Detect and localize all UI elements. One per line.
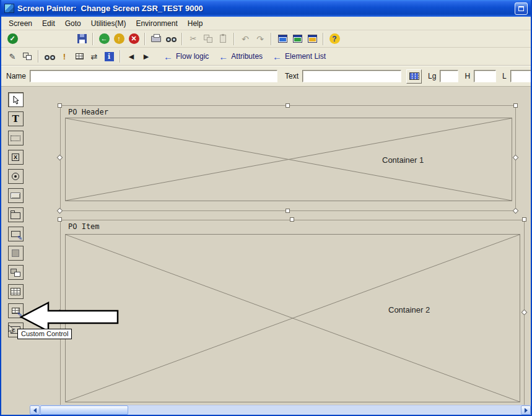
tool-grid[interactable] [8, 284, 24, 299]
pointer-icon [12, 95, 20, 105]
text-label: Text [285, 72, 299, 80]
h-label: H [464, 72, 470, 80]
selection-handle[interactable] [286, 209, 290, 213]
paste-button[interactable] [216, 32, 230, 46]
container-1-caption: PO Header [67, 108, 110, 116]
selection-handle[interactable] [286, 103, 290, 108]
enter-button[interactable]: ✓ [5, 32, 20, 46]
name-input[interactable] [30, 70, 277, 82]
tool-tabstrip[interactable] [8, 207, 24, 222]
pencil-icon: ✎ [17, 235, 22, 241]
menu-goto[interactable]: Goto [60, 18, 86, 29]
help-button[interactable]: ? [327, 32, 342, 46]
input-field-icon [11, 136, 20, 141]
standard-toolbar: ✓ ← ↑ ✕ ✂ ↶ [1, 30, 531, 48]
copy-button[interactable] [201, 32, 216, 46]
mouse-cursor-icon [8, 324, 15, 334]
cancel-button[interactable]: ✕ [126, 32, 141, 46]
tool-text[interactable]: T [8, 111, 24, 126]
lg-input[interactable] [440, 70, 458, 82]
selection-handle[interactable] [513, 103, 518, 108]
box-icon [12, 249, 19, 257]
info-button[interactable]: i [102, 50, 116, 64]
layout-grid-button[interactable] [72, 50, 87, 64]
new-session-button[interactable] [275, 32, 290, 46]
radio-icon [12, 173, 19, 180]
left-triangle-icon [33, 408, 37, 413]
separator [181, 33, 183, 45]
tool-pushbutton[interactable] [8, 188, 24, 203]
element-list-button[interactable]: ← Element List [273, 52, 326, 61]
print-icon [151, 36, 161, 42]
horizontal-scrollbar[interactable] [30, 405, 531, 415]
bottom-bar [1, 405, 531, 415]
selection-handle[interactable] [58, 103, 62, 108]
titlebar[interactable]: Screen Painter: Change Screen ZSR_TEST 9… [1, 0, 531, 17]
cut-icon: ✂ [190, 35, 197, 43]
session-list-button[interactable] [305, 32, 320, 46]
convert-button[interactable]: ⇄ [87, 50, 102, 64]
scroll-left-button[interactable] [30, 405, 40, 415]
find-button[interactable] [164, 32, 178, 46]
test-button[interactable]: ! [57, 50, 72, 64]
swap-arrows-icon: ⇄ [91, 52, 98, 61]
shortcut-button[interactable] [290, 32, 305, 46]
custom-container-2[interactable]: Container 2 [65, 234, 520, 402]
scroll-right-button[interactable] [521, 405, 531, 415]
separator [120, 50, 121, 63]
tool-box[interactable] [8, 246, 24, 261]
cut-button[interactable]: ✂ [186, 32, 201, 46]
selection-handle[interactable] [290, 217, 294, 222]
back-icon: ← [99, 33, 110, 44]
check-icon: ✓ [7, 33, 18, 44]
menu-screen[interactable]: Screen [4, 18, 37, 29]
redo-button[interactable]: ↷ [253, 32, 268, 46]
separator [144, 33, 146, 45]
left-arrow-icon: ← [273, 52, 282, 61]
separator [271, 33, 272, 45]
tool-subscreen[interactable]: ✎ [8, 227, 24, 241]
main-area: T X ✎ [1, 87, 531, 405]
dict-fields-button[interactable]: ✎ [5, 50, 20, 64]
right-triangle-icon [525, 408, 528, 413]
undo-button[interactable]: ↶ [238, 32, 253, 46]
redo-icon: ↷ [256, 35, 264, 43]
selection-handle[interactable] [513, 208, 519, 214]
nav-next-button[interactable]: ▶ [139, 50, 154, 64]
maximize-button[interactable] [515, 2, 528, 15]
menu-environment[interactable]: Environment [131, 18, 182, 29]
previous-icon: ◀ [129, 53, 134, 61]
check-screen-button[interactable] [42, 50, 57, 64]
menu-edit[interactable]: Edit [37, 18, 60, 29]
selection-handle[interactable] [58, 217, 62, 222]
tool-table-control[interactable] [8, 265, 24, 280]
attributes-button[interactable]: ← Attributes [219, 52, 263, 61]
text-input[interactable] [302, 70, 401, 82]
tool-checkbox[interactable]: X [8, 150, 24, 165]
element-list-grid-button[interactable] [406, 69, 422, 84]
element-field-row: Name Text Lg H L Cl [1, 66, 531, 87]
exit-button[interactable]: ↑ [111, 32, 126, 46]
selection-handle[interactable] [522, 217, 526, 222]
scrollbar-thumb[interactable] [40, 405, 128, 415]
flow-logic-button[interactable]: ← Flow logic [164, 52, 209, 61]
l-input[interactable] [510, 70, 531, 82]
save-button[interactable] [74, 32, 89, 46]
application-toolbar: ✎ ! ⇄ i ◀ ▶ ← Flow logic [1, 48, 531, 66]
menu-utilities[interactable]: Utilities(M) [86, 18, 131, 29]
menu-help[interactable]: Help [183, 18, 208, 29]
h-input[interactable] [474, 70, 496, 82]
nav-previous-button[interactable]: ◀ [124, 50, 139, 64]
tool-pointer[interactable] [8, 92, 24, 107]
flow-logic-label: Flow logic [176, 52, 209, 61]
custom-container-1[interactable]: Container 1 [65, 118, 512, 201]
next-icon: ▶ [144, 53, 149, 61]
scrollbar-corner [1, 405, 30, 415]
screen-canvas[interactable]: PO Header Container 1 PO Item [30, 87, 531, 405]
attributes-label: Attributes [231, 52, 263, 61]
graphical-element-button[interactable] [20, 50, 35, 64]
tool-input-field[interactable] [8, 131, 24, 145]
back-button[interactable]: ← [97, 32, 111, 46]
print-button[interactable] [149, 32, 164, 46]
tool-radio-button[interactable] [8, 169, 24, 184]
